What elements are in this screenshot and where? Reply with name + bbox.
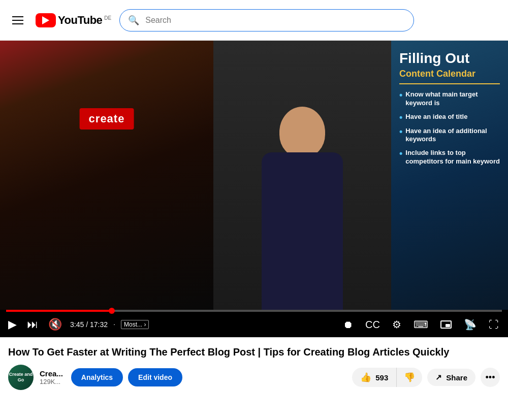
- video-controls: ▶ ⏭ 🔇 3:45 / 17:32 • Most... › ⏺ CC ⚙ ⌨ …: [0, 310, 508, 337]
- scene-center: [213, 41, 391, 310]
- miniplayer-button[interactable]: [437, 318, 455, 331]
- search-input[interactable]: [145, 16, 414, 25]
- fullscreen-button[interactable]: ⛶: [486, 317, 502, 333]
- time-total: 17:32: [90, 320, 108, 329]
- hamburger-menu-button[interactable]: [8, 12, 27, 28]
- like-count: 593: [375, 373, 388, 382]
- mute-button[interactable]: 🔇: [46, 316, 64, 333]
- video-player[interactable]: create Filling Out Content Calendar Know…: [0, 41, 508, 337]
- settings-button[interactable]: ⚙: [389, 316, 404, 333]
- keyboard-shortcut-button[interactable]: ⌨: [410, 316, 431, 333]
- miniplayer-icon: [440, 320, 452, 329]
- video-title: How To Get Faster at Writing The Perfect…: [8, 345, 500, 359]
- like-button[interactable]: 👍 593: [352, 368, 396, 387]
- slide-heading-line1: Filling Out: [399, 51, 500, 67]
- edit-video-button[interactable]: Edit video: [128, 368, 182, 386]
- scene-right: Filling Out Content Calendar Know what m…: [391, 41, 508, 310]
- right-actions: 👍 593 👎 ↗ Share •••: [352, 368, 500, 387]
- youtube-wordmark: YouTube: [58, 14, 102, 27]
- slide-bullet-4: Include links to top competitors for mai…: [399, 149, 500, 166]
- autoplay-toggle[interactable]: ⏺: [340, 317, 356, 333]
- slide-bullet-3: Have an idea of additional keywords: [399, 127, 500, 144]
- time-current: 3:45: [70, 320, 84, 329]
- avatar-text: Create and Go: [8, 372, 34, 383]
- video-info-section: How To Get Faster at Writing The Perfect…: [0, 337, 508, 396]
- site-header: YouTube DE 🔍: [0, 0, 508, 41]
- search-bar[interactable]: 🔍: [119, 9, 414, 31]
- time-separator: /: [86, 320, 90, 329]
- next-button[interactable]: ⏭: [25, 316, 40, 333]
- thumbs-down-icon: 👎: [404, 372, 415, 383]
- presenter-silhouette: [251, 96, 353, 310]
- channel-info: Crea... 129K...: [40, 369, 63, 385]
- slide-heading-line2: Content Calendar: [399, 69, 500, 84]
- play-button[interactable]: ▶: [6, 316, 19, 333]
- more-options-button[interactable]: •••: [481, 368, 500, 387]
- search-icon: 🔍: [120, 15, 145, 26]
- progress-fill: [6, 310, 112, 312]
- thumbs-up-icon: 👍: [360, 372, 371, 383]
- analytics-button[interactable]: Analytics: [71, 368, 123, 386]
- share-button[interactable]: ↗ Share: [427, 369, 475, 386]
- slide-bullets-list: Know what main target keyword is Have an…: [399, 90, 500, 166]
- action-buttons: Analytics Edit video: [71, 368, 182, 386]
- share-label: Share: [446, 373, 467, 382]
- share-icon: ↗: [435, 373, 442, 382]
- scene-left: create: [0, 41, 213, 310]
- channel-subscribers: 129K...: [40, 378, 63, 385]
- header-left: YouTube DE: [8, 12, 111, 28]
- more-icon: •••: [486, 372, 495, 383]
- quality-dot: •: [114, 323, 115, 326]
- subtitles-button[interactable]: CC: [362, 317, 383, 333]
- channel-avatar[interactable]: Create and Go: [8, 365, 34, 390]
- slide-bullet-1: Know what main target keyword is: [399, 90, 500, 108]
- country-code: DE: [104, 15, 111, 21]
- cast-button[interactable]: 📡: [461, 316, 480, 333]
- video-thumbnail: create Filling Out Content Calendar Know…: [0, 41, 508, 310]
- channel-name: Crea...: [40, 369, 63, 378]
- progress-bar[interactable]: [6, 310, 502, 312]
- video-meta-row: Create and Go Crea... 129K... Analytics …: [8, 365, 500, 390]
- controls-row: ▶ ⏭ 🔇 3:45 / 17:32 • Most... › ⏺ CC ⚙ ⌨ …: [6, 316, 502, 333]
- youtube-logo-link[interactable]: YouTube DE: [36, 13, 111, 27]
- create-sign: create: [80, 108, 134, 130]
- youtube-icon: [36, 13, 56, 27]
- like-dislike-group: 👍 593 👎: [352, 368, 422, 387]
- dislike-button[interactable]: 👎: [396, 368, 422, 387]
- time-display: 3:45 / 17:32: [70, 320, 108, 329]
- quality-badge[interactable]: Most... ›: [121, 320, 149, 329]
- slide-bullet-2: Have an idea of title: [399, 113, 500, 122]
